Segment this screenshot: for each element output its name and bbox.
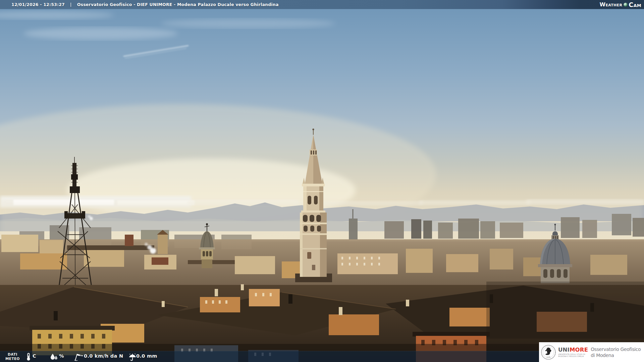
brand-more: MORE bbox=[570, 347, 588, 353]
weathercam-word2: Cam bbox=[629, 1, 641, 8]
cityscape-photo bbox=[0, 0, 644, 362]
thermometer-icon bbox=[25, 353, 32, 361]
humidity-value: % bbox=[59, 353, 64, 359]
weathercam-logo: Weather Cam bbox=[600, 0, 641, 9]
webcam-frame: 12/01/2026 - 12:53:27 | Osservatorio Geo… bbox=[0, 0, 644, 362]
dati-meteo-label: DATI METEO bbox=[5, 352, 20, 361]
wind-value: 0.0 km/h da N bbox=[84, 353, 123, 359]
weathercam-dot-icon bbox=[624, 3, 628, 7]
umbrella-icon bbox=[128, 353, 137, 361]
svg-text:1175: 1175 bbox=[546, 356, 550, 358]
unimore-logo-box: 1175 UNIMORE UNIVERSITÀ DEGLI STUDI DI M… bbox=[539, 342, 644, 362]
weathercam-word1: Weather bbox=[600, 1, 623, 8]
camera-title: Osservatorio Geofisico - DIEF UNIMORE - … bbox=[77, 2, 279, 7]
water-drops-icon bbox=[50, 353, 58, 361]
windsock-icon bbox=[74, 353, 83, 361]
brand-uni: UNI bbox=[558, 347, 570, 353]
top-bar: 12/01/2026 - 12:53:27 | Osservatorio Geo… bbox=[0, 0, 644, 9]
unimore-seal-icon: 1175 bbox=[541, 345, 556, 360]
university-line2: MODENA E REGGIO EMILIA bbox=[558, 355, 588, 358]
rain-value: 0.0 mm bbox=[136, 353, 157, 359]
unimore-wordmark: UNIMORE UNIVERSITÀ DEGLI STUDI DI MODENA… bbox=[558, 347, 588, 358]
timestamp: 12/01/2026 - 12:53:27 bbox=[11, 2, 65, 7]
temperature-value: C bbox=[33, 353, 36, 359]
weather-data-bar: DATI METEO C % 0.0 km/h da N bbox=[0, 351, 539, 362]
organization-name: Osservatorio Geofisico di Modena bbox=[591, 346, 641, 358]
separator: | bbox=[70, 2, 72, 7]
